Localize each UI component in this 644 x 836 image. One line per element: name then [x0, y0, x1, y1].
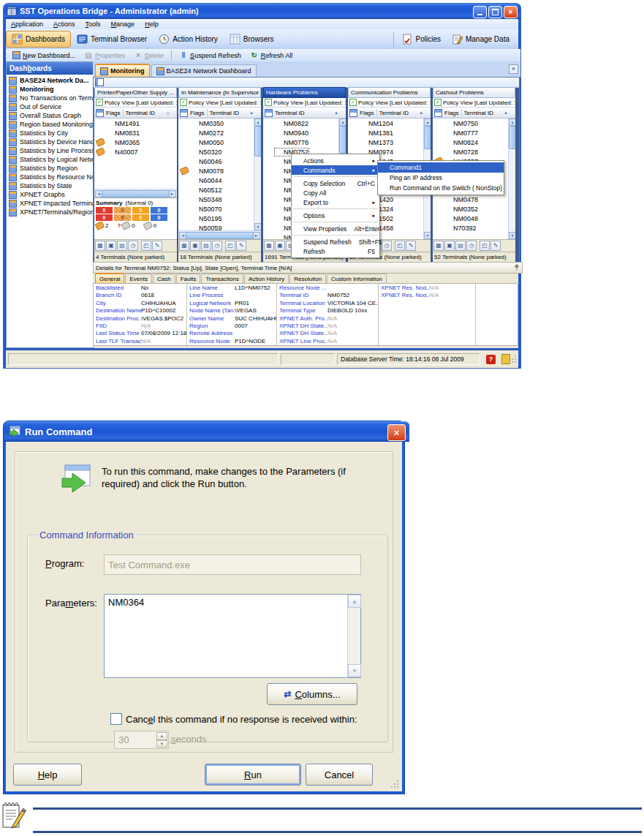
- details-tab[interactable]: Transactions: [201, 274, 243, 283]
- terminal-row[interactable]: NM1381: [348, 128, 431, 138]
- terminal-row[interactable]: NM1491: [94, 118, 177, 128]
- dialog-close-button[interactable]: ×: [387, 424, 406, 441]
- sidebar-item[interactable]: Monitoring: [7, 85, 94, 94]
- menu-item-refresh[interactable]: Refresh F5: [292, 246, 379, 256]
- close-tab-button[interactable]: ×: [509, 64, 518, 74]
- terminal-row[interactable]: NM1373: [348, 138, 431, 147]
- terminal-row[interactable]: NM0777: [433, 128, 515, 138]
- menu-item-options[interactable]: Options: [292, 211, 379, 220]
- details-tab[interactable]: General: [95, 273, 124, 283]
- grid-header[interactable]: Flags Terminal ID: [348, 108, 431, 118]
- copy-view-icon[interactable]: [275, 241, 285, 251]
- scroll-up-icon[interactable]: [424, 118, 431, 126]
- vertical-scrollbar[interactable]: [508, 118, 515, 239]
- terminal-row[interactable]: NM0824: [433, 138, 515, 147]
- resize-grip[interactable]: [508, 355, 517, 364]
- spin-down-icon[interactable]: [156, 740, 167, 748]
- maximize-button[interactable]: [488, 6, 502, 18]
- policy-view-bar[interactable]: Policy View [Last Updated: 12:27: [178, 98, 261, 108]
- copy-view-icon[interactable]: [106, 241, 116, 251]
- menu-item-copy-all[interactable]: Copy All: [292, 188, 379, 197]
- menu-item-view-properties[interactable]: View Properties Alt+Enter: [292, 224, 379, 233]
- terminal-row[interactable]: NM0078: [178, 166, 261, 176]
- sidebar-item[interactable]: Statistics by Region: [7, 164, 94, 173]
- terminal-row[interactable]: NM0365: [94, 138, 177, 147]
- edit-icon[interactable]: [236, 241, 246, 251]
- terminal-row[interactable]: N70392: [433, 223, 515, 233]
- sidebar-item[interactable]: Statistics by City: [7, 129, 94, 138]
- terminal-row[interactable]: NM0352: [433, 204, 515, 214]
- scroll-down-icon[interactable]: [424, 232, 431, 239]
- textarea-scrollbar[interactable]: [347, 595, 360, 677]
- menu-help[interactable]: Help: [140, 20, 164, 28]
- close-button[interactable]: [504, 6, 518, 18]
- manage-data-button[interactable]: Manage Data: [447, 31, 515, 48]
- menu-item-suspend-refresh[interactable]: Suspend Refresh Shift+F5: [292, 237, 379, 246]
- terminal-row[interactable]: NM0350: [178, 118, 261, 128]
- tab-monitoring[interactable]: Monitoring: [95, 64, 150, 77]
- grid-header[interactable]: Terminal ID: [263, 108, 346, 118]
- terminal-id-column-header[interactable]: Terminal ID: [275, 110, 304, 116]
- terminal-row[interactable]: N50059: [178, 223, 261, 230]
- details-tab[interactable]: Cash: [153, 274, 175, 283]
- scroll-up-icon[interactable]: [339, 118, 346, 126]
- scrollbar-thumb[interactable]: [509, 126, 515, 149]
- terminal-row[interactable]: NM0750: [433, 118, 515, 128]
- column-header[interactable]: Cashout Problems: [433, 87, 515, 98]
- menu-actions[interactable]: Actions: [48, 20, 80, 28]
- scrollbar-thumb[interactable]: [254, 126, 261, 157]
- copy-view-icon[interactable]: [444, 241, 455, 251]
- delete-button[interactable]: Delete: [130, 50, 167, 61]
- details-tab[interactable]: Events: [125, 274, 151, 283]
- terminal-id-column-header[interactable]: Terminal ID: [379, 110, 409, 116]
- stack-view-icon[interactable]: [117, 241, 127, 251]
- scrollbar-thumb[interactable]: [339, 126, 346, 154]
- menu-application[interactable]: Application: [6, 20, 48, 28]
- scroll-up-icon[interactable]: [254, 118, 261, 126]
- sidebar-item[interactable]: Out of Service: [7, 102, 94, 111]
- terminal-row[interactable]: N40007: [94, 147, 177, 157]
- terminal-row[interactable]: NM0822: [263, 118, 346, 128]
- scrollbar-thumb[interactable]: [102, 190, 170, 197]
- history-icon[interactable]: [212, 241, 222, 251]
- program-field[interactable]: Test Command.exe: [104, 554, 361, 575]
- terminal-row[interactable]: NM0050: [178, 138, 261, 147]
- sidebar-item[interactable]: BASE24 Network Da...: [7, 76, 94, 85]
- grid-view-icon[interactable]: [179, 241, 189, 251]
- cancel-timeout-checkbox[interactable]: [110, 713, 122, 725]
- sidebar-item[interactable]: Statistics by State: [7, 181, 94, 190]
- details-tab[interactable]: Action History: [244, 274, 289, 283]
- horizontal-scrollbar[interactable]: [94, 189, 177, 197]
- terminal-row[interactable]: NM0048: [433, 214, 515, 223]
- export-icon[interactable]: [141, 241, 151, 251]
- policy-view-bar[interactable]: Policy View [Last Updated: 12:: [348, 98, 431, 108]
- help-status-icon[interactable]: ?: [486, 355, 496, 364]
- minimize-button[interactable]: [473, 6, 487, 18]
- stack-view-icon[interactable]: [201, 241, 211, 251]
- sidebar-item[interactable]: XPNET/Terminals/Region-...: [7, 208, 94, 216]
- grid-view-icon[interactable]: [264, 241, 274, 251]
- terminal-row[interactable]: N50070: [178, 204, 261, 214]
- help-button[interactable]: Help: [13, 764, 82, 786]
- details-tab[interactable]: Custom Information: [327, 274, 387, 283]
- browsers-button[interactable]: Browsers: [224, 31, 280, 48]
- terminal-row[interactable]: NM0478: [433, 195, 515, 204]
- history-icon[interactable]: [128, 241, 138, 251]
- policy-view-bar[interactable]: Policy View [Last Updated: 1: [94, 98, 177, 108]
- tab-base24-network-dashboard[interactable]: BASE24 Network Dashboard: [151, 64, 257, 77]
- scroll-down-icon[interactable]: [348, 664, 361, 677]
- column-header-selected[interactable]: Hardware Problems: [263, 87, 346, 98]
- edit-icon[interactable]: [490, 241, 501, 251]
- export-icon[interactable]: [395, 241, 405, 251]
- sidebar-item[interactable]: XPNET Impacted Terminal...: [7, 199, 94, 208]
- columns-button[interactable]: Columns...: [267, 683, 357, 705]
- dashboards-button[interactable]: Dashboards: [6, 31, 71, 48]
- scroll-down-icon[interactable]: [254, 223, 261, 230]
- scroll-up-icon[interactable]: [509, 118, 515, 126]
- flags-column-header[interactable]: Flags: [106, 110, 121, 116]
- sidebar-item[interactable]: XPNET Graphs: [7, 190, 94, 199]
- policy-view-bar[interactable]: Policy View [Last Updated: 12: [433, 98, 515, 108]
- flags-column-header[interactable]: Flags: [190, 110, 205, 116]
- sidebar-item[interactable]: Statistics by Device Handler: [7, 138, 94, 146]
- terminal-id-column-header[interactable]: Terminal ID: [464, 110, 493, 116]
